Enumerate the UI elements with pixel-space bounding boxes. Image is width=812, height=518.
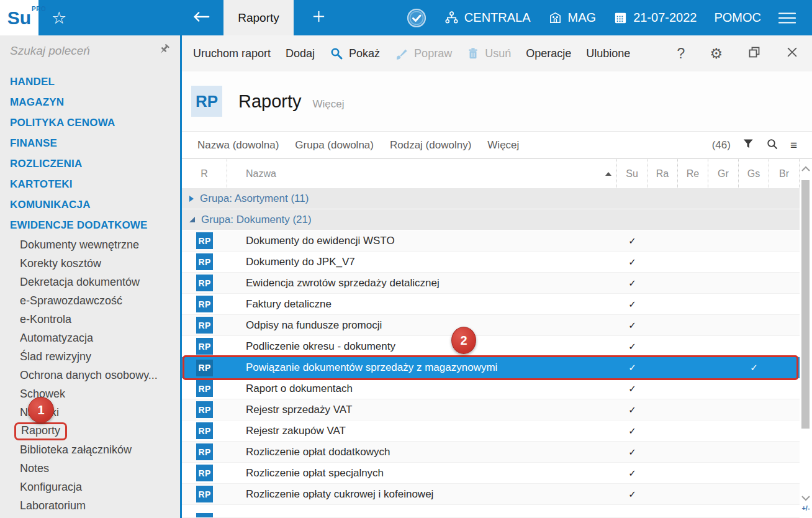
report-type-badge: RP (196, 422, 213, 439)
report-name-cell: Podliczenie okresu - dokumenty (227, 336, 617, 357)
status-button[interactable] (397, 7, 436, 29)
flag-cell-ra (647, 273, 678, 293)
sidebar-item-laboratorium[interactable]: Laboratorium (0, 496, 180, 515)
sidebar-item-biblioteka-za-cznik-w[interactable]: Biblioteka załączników (0, 440, 180, 459)
gear-icon[interactable]: ⚙ (710, 45, 723, 62)
report-type-cell: RP (182, 336, 227, 357)
sidebar-item-naklejki[interactable]: Naklejki (0, 403, 180, 422)
back-button[interactable] (179, 0, 223, 35)
report-row-ewidencja-zwrot-w-sprzeda-y-detalicznej[interactable]: RPEwidencja zwrotów sprzedaży detaliczne… (182, 273, 800, 294)
grid-menu-icon[interactable]: ≡ (790, 139, 797, 152)
flag-cell-gs (739, 230, 769, 251)
operacje-button[interactable]: Operacje (518, 35, 579, 71)
dodaj-button[interactable]: Dodaj (278, 35, 322, 71)
sidebar-item-automatyzacja[interactable]: Automatyzacja (0, 329, 180, 347)
sidebar-item-finanse[interactable]: FINANSE (0, 133, 180, 153)
report-row-rozliczenie-op-at-specjalnych[interactable]: RPRozliczenie opłat specjalnych✓ (182, 463, 800, 484)
uruchom-raport-button[interactable]: Uruchom raport (186, 35, 278, 71)
report-row-dokumenty-do-ewidencji-wsto[interactable]: RPDokumenty do ewidencji WSTO✓ (182, 230, 800, 252)
search-icon[interactable] (766, 138, 778, 153)
vertical-scrollbar[interactable]: +/- (800, 159, 812, 518)
sidebar-item-dekretacja-dokument-w[interactable]: Dekretacja dokumentów (0, 273, 180, 291)
report-name-cell: Rejestr sprzedaży VAT (227, 399, 617, 420)
sidebar-item-komunikacja[interactable]: KOMUNIKACJA (0, 194, 180, 215)
sidebar-item-dokumenty-wewn-trzne[interactable]: Dokumenty wewnętrzne (0, 235, 180, 254)
sidebar-item-ewidencje-dodatkowe[interactable]: EWIDENCJE DODATKOWE (0, 215, 180, 235)
sidebar-item-notes[interactable]: Notes (0, 459, 180, 478)
report-row-powi-zanie-dokument-w-sprzeda-y-z-magazynowymi[interactable]: RPPowiązanie dokumentów sprzedaży z maga… (182, 357, 800, 378)
filter-chip-wi-cej[interactable]: Więcej (479, 139, 527, 152)
report-row-rozliczenie-op-at-dodatkowych[interactable]: RPRozliczenie opłat dodatkowych✓ (182, 442, 800, 463)
sidebar-item-e-kontrola[interactable]: e-Kontrola (0, 310, 180, 329)
group-row-grupa-asortyment-11[interactable]: Grupa: Asortyment (11) (182, 188, 800, 209)
usu-button[interactable]: Usuń (459, 35, 518, 71)
warehouse-selector[interactable]: MAG (539, 11, 605, 25)
flag-cell-gr (708, 336, 739, 357)
sidebar-item-label: Laboratorium (20, 499, 86, 512)
sidebar-item-handel[interactable]: HANDEL (0, 71, 180, 92)
brush-icon (395, 47, 408, 60)
filter-chip-rodzaj-dowolny[interactable]: Rodzaj (dowolny) (382, 139, 479, 152)
help-icon[interactable]: ? (677, 45, 685, 62)
sidebar-item-raporty[interactable]: Raporty (0, 422, 180, 440)
command-search[interactable]: Szukaj poleceń (0, 35, 180, 66)
report-name-cell: Dokumenty do JPK_V7 (227, 252, 617, 272)
column-header-re[interactable]: Re (678, 159, 708, 188)
report-row-faktury-detaliczne[interactable]: RPFaktury detaliczne✓ (182, 294, 800, 315)
restore-window-icon[interactable] (747, 45, 761, 61)
flag-cell-re (678, 273, 708, 293)
collapse-groups-toggle[interactable]: +/- (800, 504, 812, 512)
flag-cell-re (678, 294, 708, 314)
tab-raporty[interactable]: Raporty (223, 0, 294, 35)
sidebar-item-konfiguracja[interactable]: Konfiguracja (0, 478, 180, 496)
sidebar-item-polityka-cenowa[interactable]: POLITYKA CENOWA (0, 112, 180, 133)
new-tab-button[interactable] (294, 0, 343, 35)
column-header-su[interactable]: Su (617, 159, 647, 188)
report-row-odpisy-na-fundusze-promocji[interactable]: RPOdpisy na fundusze promocji✓ (182, 315, 800, 336)
scrollbar-thumb[interactable] (801, 180, 810, 429)
date-selector[interactable]: 21-07-2022 (605, 11, 705, 25)
sidebar-item-ochrona-danych-osobowy[interactable]: Ochrona danych osobowy... (0, 366, 180, 384)
report-row-dokumenty-do-jpk-v7[interactable]: RPDokumenty do JPK_V7✓ (182, 252, 800, 273)
report-name-cell: Dokumenty do ewidencji WSTO (227, 230, 617, 251)
report-row-rejestr-sprzeda-y-vat[interactable]: RPRejestr sprzedaży VAT✓ (182, 399, 800, 420)
header-more-link[interactable]: Więcej (313, 98, 345, 111)
report-row-raport-o-dokumentach[interactable]: RPRaport o dokumentach✓ (182, 378, 800, 399)
column-header-br[interactable]: Br (769, 159, 800, 188)
popraw-button[interactable]: Popraw (387, 35, 459, 71)
group-collapsed-icon[interactable] (189, 196, 194, 202)
group-expanded-icon[interactable] (189, 217, 195, 222)
ulubione-button[interactable]: Ulubione (579, 35, 638, 71)
sidebar-item-magazyn[interactable]: MAGAZYN (0, 92, 180, 112)
report-row-item[interactable]: RP (182, 505, 800, 518)
column-header-r[interactable]: R (182, 159, 227, 188)
column-header-nazwa[interactable]: Nazwa (227, 159, 617, 188)
scroll-up-icon[interactable] (801, 164, 811, 171)
column-header-gr[interactable]: Gr (708, 159, 739, 188)
report-row-podliczenie-okresu-dokumenty[interactable]: RPPodliczenie okresu - dokumenty✓ (182, 336, 800, 357)
close-icon[interactable] (786, 46, 798, 61)
flag-cell-br (769, 442, 800, 462)
scroll-down-icon[interactable] (801, 493, 811, 501)
app-logo[interactable]: SuPRO (0, 0, 38, 35)
report-row-rozliczenie-op-aty-cukrowej-i-kofeinowej[interactable]: RPRozliczenie opłaty cukrowej i kofeinow… (182, 484, 800, 505)
filter-chip-nazwa-dowolna[interactable]: Nazwa (dowolna) (189, 139, 287, 152)
column-header-ra[interactable]: Ra (647, 159, 678, 188)
sidebar-item-e-sprawozdawczo[interactable]: e-Sprawozdawczość (0, 291, 180, 310)
report-type-badge: RP (196, 465, 213, 481)
sidebar-item-korekty-koszt-w[interactable]: Korekty kosztów (0, 254, 180, 273)
poka-button[interactable]: Pokaż (322, 35, 387, 71)
help-menu[interactable]: POMOC (705, 11, 770, 25)
sidebar-item-schowek[interactable]: Schowek (0, 384, 180, 403)
report-row-rejestr-zakup-w-vat[interactable]: RPRejestr zakupów VAT✓ (182, 420, 800, 442)
group-row-grupa-dokumenty-21[interactable]: Grupa: Dokumenty (21) (182, 209, 800, 230)
sidebar-item-kartoteki[interactable]: KARTOTEKI (0, 174, 180, 194)
column-header-gs[interactable]: Gs (739, 159, 769, 188)
sidebar-item-lad-rewizyjny[interactable]: Ślad rewizyjny (0, 347, 180, 366)
main-menu-button[interactable] (770, 12, 805, 24)
branch-selector[interactable]: CENTRALA (436, 11, 539, 25)
sidebar-item-rozliczenia[interactable]: ROZLICZENIA (0, 153, 180, 174)
filter-funnel-icon[interactable] (742, 138, 754, 152)
pin-icon[interactable] (158, 43, 170, 58)
filter-chip-grupa-dowolna[interactable]: Grupa (dowolna) (287, 139, 382, 152)
